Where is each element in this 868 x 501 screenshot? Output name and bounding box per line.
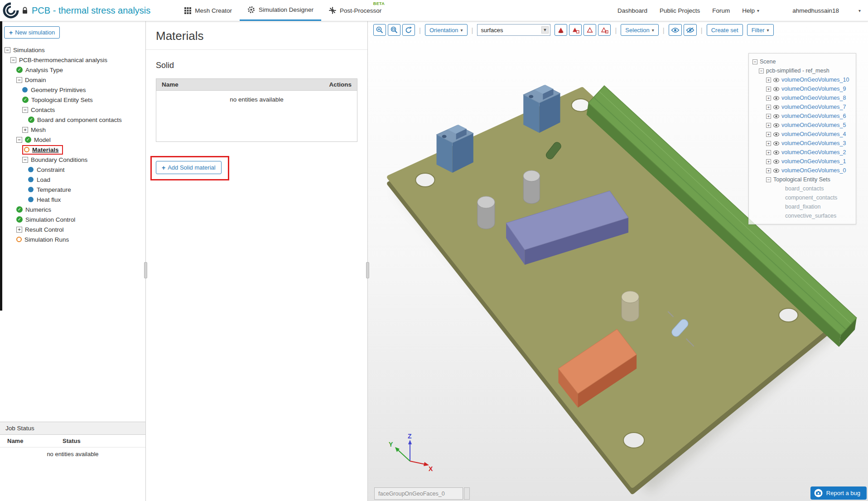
capacitor-2-volume[interactable] [523, 170, 540, 204]
render-mode-select[interactable]: surfaces ▼ [477, 24, 550, 36]
tree-item-analysis-type[interactable]: ✓Analysis Type [0, 65, 145, 75]
expand-icon[interactable]: + [22, 127, 28, 133]
sidebar-resize-handle[interactable] [144, 262, 147, 278]
expand-icon[interactable]: + [766, 96, 771, 101]
volume-item-volumeongeovolumes-8[interactable]: +volumeOnGeoVolumes_8 [752, 93, 853, 102]
volume-label[interactable]: volumeOnGeoVolumes_8 [781, 93, 846, 102]
reset-view-button[interactable] [402, 24, 415, 36]
collapse-icon[interactable]: − [759, 68, 764, 73]
volume-label[interactable]: volumeOnGeoVolumes_0 [781, 166, 846, 175]
tree-item-simulation-runs[interactable]: Simulation Runs [0, 234, 145, 244]
materials-resize-handle[interactable] [366, 262, 369, 278]
tree-item-materials[interactable]: Materials [0, 145, 145, 155]
zoom-window-button[interactable] [388, 24, 400, 36]
tree-item-model[interactable]: −✓Model [0, 135, 145, 145]
visibility-eye-icon[interactable] [773, 78, 779, 82]
create-set-button[interactable]: Create set [707, 24, 743, 36]
tree-item-contacts[interactable]: −Contacts [0, 105, 145, 115]
tree-item-constraint[interactable]: Constraint [0, 165, 145, 175]
capacitor-3-volume[interactable] [622, 291, 639, 321]
selection-dropdown[interactable]: Selection ▾ [621, 24, 659, 36]
expand-icon[interactable]: + [766, 150, 771, 155]
expand-icon[interactable]: + [16, 227, 22, 233]
visibility-eye-icon[interactable] [773, 123, 779, 127]
pick-faces-button[interactable] [569, 24, 582, 36]
viewport-3d[interactable]: | Orientation ▾ | surfaces ▼ [368, 21, 868, 501]
input-resize-grip[interactable] [464, 487, 470, 500]
collapse-icon[interactable]: − [752, 59, 757, 64]
scene-root-item[interactable]: −Scene [752, 57, 853, 66]
visibility-eye-icon[interactable] [773, 132, 779, 136]
entity-set-label[interactable]: board_contacts [785, 184, 824, 193]
entity-set-label[interactable]: board_fixation [785, 202, 821, 211]
add-solid-material-button[interactable]: + Add Solid material [156, 161, 222, 174]
volume-label[interactable]: volumeOnGeoVolumes_1 [781, 157, 846, 166]
collapse-icon[interactable]: − [5, 47, 10, 53]
volume-item-volumeongeovolumes-7[interactable]: +volumeOnGeoVolumes_7 [752, 102, 853, 112]
collapse-icon[interactable]: − [16, 77, 22, 83]
visibility-eye-icon[interactable] [773, 160, 779, 164]
collapse-icon[interactable]: − [766, 177, 771, 182]
show-all-button[interactable] [669, 24, 682, 36]
volume-label[interactable]: volumeOnGeoVolumes_10 [781, 75, 849, 84]
volume-item-volumeongeovolumes-4[interactable]: +volumeOnGeoVolumes_4 [752, 130, 853, 139]
volume-label[interactable]: volumeOnGeoVolumes_3 [781, 139, 846, 148]
nav-link-dashboard[interactable]: Dashboard [617, 7, 647, 14]
visibility-eye-icon[interactable] [773, 141, 779, 146]
report-bug-button[interactable]: Report a bug [810, 486, 867, 500]
nav-link-help[interactable]: Help▾ [742, 7, 759, 14]
tree-item-geometry-primitives[interactable]: Geometry Primitives [0, 85, 145, 95]
face-group-input[interactable] [374, 487, 463, 500]
visibility-eye-icon[interactable] [773, 96, 779, 100]
volume-item-volumeongeovolumes-6[interactable]: +volumeOnGeoVolumes_6 [752, 112, 853, 121]
expand-icon[interactable]: + [766, 168, 771, 173]
show-selection-button[interactable] [598, 24, 611, 36]
tab-mesh-creator[interactable]: Mesh Creator [177, 0, 240, 21]
collapse-icon[interactable]: − [10, 57, 16, 63]
entity-set-label[interactable]: convective_surfaces [785, 211, 836, 220]
entity-set-item-board-contacts[interactable]: board_contacts [752, 184, 853, 193]
entity-set-item-component-contacts[interactable]: component_contacts [752, 193, 853, 202]
volume-item-volumeongeovolumes-1[interactable]: +volumeOnGeoVolumes_1 [752, 157, 853, 166]
expand-icon[interactable]: + [766, 114, 771, 119]
tree-item-load[interactable]: Load [0, 175, 145, 185]
expand-icon[interactable]: + [766, 159, 771, 164]
volume-label[interactable]: volumeOnGeoVolumes_2 [781, 148, 846, 157]
tree-item-numerics[interactable]: ✓Numerics [0, 204, 145, 214]
user-caret-down-icon[interactable]: ▾ [858, 8, 861, 13]
hide-others-button[interactable] [684, 24, 697, 36]
mesh-item[interactable]: −pcb-simplified - ref_mesh [752, 66, 853, 75]
volume-label[interactable]: volumeOnGeoVolumes_5 [781, 121, 846, 130]
tree-item-boundary-conditions[interactable]: −Boundary Conditions [0, 155, 145, 165]
volume-label[interactable]: volumeOnGeoVolumes_4 [781, 130, 846, 139]
tree-item-topological-entity-sets[interactable]: ✓Topological Entity Sets [0, 95, 145, 105]
tree-item-heat-flux[interactable]: Heat flux [0, 195, 145, 204]
visibility-eye-icon[interactable] [773, 151, 779, 155]
entity-set-item-board-fixation[interactable]: board_fixation [752, 202, 853, 211]
tree-item-board-and-component-contacts[interactable]: ✓Board and component contacts [0, 115, 145, 125]
expand-icon[interactable]: + [766, 123, 771, 128]
expand-icon[interactable]: + [766, 78, 771, 83]
expand-icon[interactable]: + [766, 105, 771, 110]
volume-label[interactable]: volumeOnGeoVolumes_9 [781, 84, 846, 93]
simscale-logo[interactable] [0, 0, 22, 21]
tree-item-pcb-thermomechanical-analysis[interactable]: −PCB-thermomechanical analysis [0, 55, 145, 65]
visibility-eye-icon[interactable] [773, 114, 779, 118]
nav-link-public-projects[interactable]: Public Projects [660, 7, 700, 14]
collapse-icon[interactable]: − [16, 137, 22, 143]
visibility-eye-icon[interactable] [773, 105, 779, 109]
volume-item-volumeongeovolumes-0[interactable]: +volumeOnGeoVolumes_0 [752, 166, 853, 175]
entity-set-item-convective-surfaces[interactable]: convective_surfaces [752, 211, 853, 220]
entity-set-label[interactable]: component_contacts [785, 193, 837, 202]
volume-item-volumeongeovolumes-3[interactable]: +volumeOnGeoVolumes_3 [752, 139, 853, 148]
tab-simulation-designer[interactable]: Simulation Designer [240, 0, 321, 21]
volume-label[interactable]: volumeOnGeoVolumes_7 [781, 102, 846, 112]
tree-item-result-control[interactable]: +Result Control [0, 224, 145, 234]
volume-item-volumeongeovolumes-10[interactable]: +volumeOnGeoVolumes_10 [752, 75, 853, 84]
visibility-eye-icon[interactable] [773, 169, 779, 173]
pick-volumes-button[interactable] [555, 24, 567, 36]
expand-icon[interactable]: + [766, 141, 771, 146]
capacitor-1-volume[interactable] [477, 196, 495, 229]
tree-item-simulation-control[interactable]: ✓Simulation Control [0, 214, 145, 224]
visibility-eye-icon[interactable] [773, 87, 779, 91]
